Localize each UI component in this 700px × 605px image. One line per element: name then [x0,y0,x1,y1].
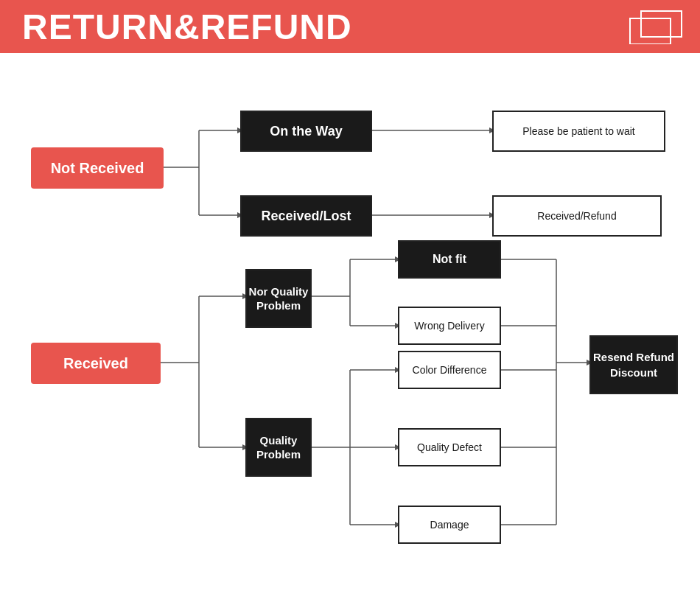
received-lost-box: Received/Lost [240,195,372,237]
page-title: RETURN&REFUND [22,7,352,47]
received-refund-box: Received/Refund [492,195,662,237]
on-the-way-box: On the Way [240,111,372,152]
main-content: Not Received On the Way Please be patien… [0,53,700,605]
nor-quality-box: Nor Quality Problem [245,269,312,328]
decoration-icon [626,7,685,44]
not-received-box: Not Received [31,147,164,189]
please-wait-box: Please be patient to wait [492,111,665,152]
svg-rect-1 [630,18,671,44]
damage-box: Damage [398,506,501,544]
svg-rect-0 [641,11,682,37]
quality-problem-box: Quality Problem [245,418,312,477]
header: RETURN&REFUND [0,0,700,53]
color-difference-box: Color Difference [398,351,501,389]
resend-refund-box: Resend Refund Discount [589,335,678,394]
not-fit-box: Not fit [398,240,501,279]
received-box: Received [31,343,161,384]
quality-defect-box: Quality Defect [398,428,501,466]
wrong-delivery-box: Wrong Delivery [398,307,501,345]
